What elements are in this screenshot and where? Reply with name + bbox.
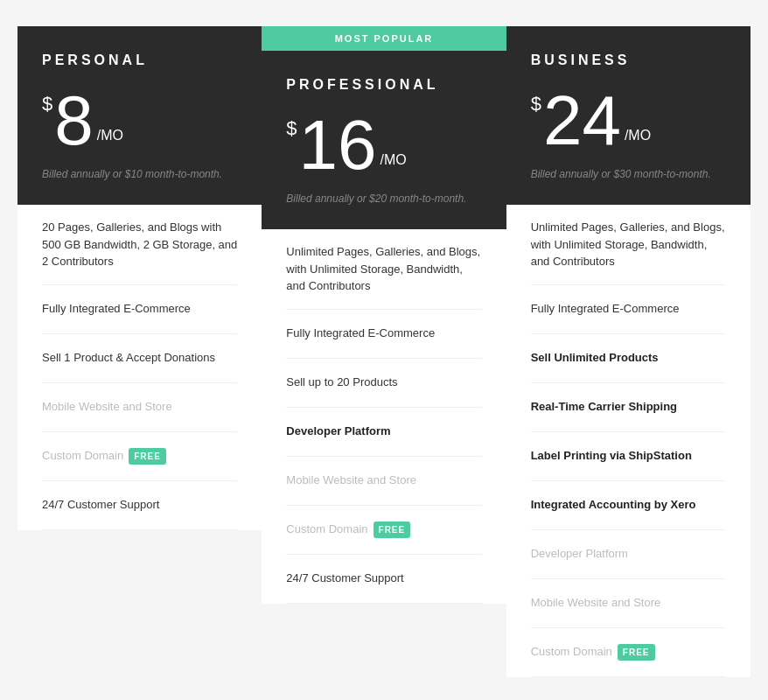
price-row-business: $24/MO [531, 86, 726, 156]
feature-item-personal-4: Custom DomainFREE [42, 432, 237, 481]
feature-text-business-5: Integrated Accounting by Xero [531, 496, 696, 514]
plan-professional: MOST POPULARPROFESSIONAL$16/MOBilled ann… [262, 26, 506, 604]
price-mo-business: /MO [625, 128, 651, 144]
feature-row-business-6: Developer Platform [531, 545, 628, 563]
feature-text-business-3: Real-Time Carrier Shipping [531, 398, 677, 416]
feature-item-personal-2: Sell 1 Product & Accept Donations [42, 334, 237, 383]
feature-row-personal-3: Mobile Website and Store [42, 398, 172, 416]
feature-row-professional-1: Fully Integrated E-Commerce [286, 325, 435, 342]
price-note-professional: Billed annually or $20 month-to-month. [286, 192, 481, 205]
feature-row-personal-1: Fully Integrated E-Commerce [42, 300, 191, 318]
feature-row-professional-4: Mobile Website and Store [286, 472, 416, 489]
plan-header-business: BUSINESS$24/MOBilled annually or $30 mon… [506, 26, 751, 205]
free-badge-business-8: FREE [618, 644, 655, 661]
feature-item-business-4: Label Printing via ShipStation [531, 432, 726, 481]
feature-row-business-4: Label Printing via ShipStation [531, 447, 692, 465]
feature-row-professional-0: Unlimited Pages, Galleries, and Blogs, w… [286, 243, 481, 295]
plan-name-business: BUSINESS [531, 52, 726, 68]
feature-text-professional-3: Developer Platform [286, 423, 390, 440]
most-popular-badge: MOST POPULAR [262, 26, 506, 51]
feature-row-personal-2: Sell 1 Product & Accept Donations [42, 349, 215, 367]
feature-item-professional-5: Custom DomainFREE [286, 506, 481, 555]
feature-item-professional-2: Sell up to 20 Products [286, 359, 481, 408]
price-dollar-professional: $ [286, 117, 297, 140]
feature-text-business-1: Fully Integrated E-Commerce [531, 300, 680, 318]
feature-text-professional-6: 24/7 Customer Support [286, 570, 403, 587]
feature-row-business-3: Real-Time Carrier Shipping [531, 398, 677, 416]
feature-row-professional-3: Developer Platform [286, 423, 390, 440]
plan-business: BUSINESS$24/MOBilled annually or $30 mon… [506, 26, 751, 677]
feature-text-professional-1: Fully Integrated E-Commerce [286, 325, 435, 342]
plan-name-personal: PERSONAL [42, 52, 237, 68]
feature-item-business-1: Fully Integrated E-Commerce [531, 285, 726, 334]
price-amount-business: 24 [543, 86, 621, 156]
feature-item-business-3: Real-Time Carrier Shipping [531, 383, 726, 432]
feature-text-personal-1: Fully Integrated E-Commerce [42, 300, 191, 318]
feature-text-business-4: Label Printing via ShipStation [531, 447, 692, 465]
price-row-professional: $16/MO [286, 110, 481, 180]
price-dollar-personal: $ [42, 93, 52, 116]
feature-row-business-5: Integrated Accounting by Xero [531, 496, 696, 514]
feature-row-personal-5: 24/7 Customer Support [42, 496, 159, 514]
feature-row-business-0: Unlimited Pages, Galleries, and Blogs, w… [531, 219, 726, 270]
feature-row-professional-5: Custom DomainFREE [286, 521, 410, 538]
plan-header-professional: PROFESSIONAL$16/MOBilled annually or $20… [262, 51, 506, 229]
price-row-personal: $8/MO [42, 86, 237, 156]
free-badge-personal-4: FREE [129, 448, 166, 465]
price-amount-professional: 16 [299, 110, 377, 180]
feature-text-business-6: Developer Platform [531, 545, 628, 563]
feature-text-business-7: Mobile Website and Store [531, 594, 661, 612]
feature-text-personal-2: Sell 1 Product & Accept Donations [42, 349, 215, 367]
feature-row-business-8: Custom DomainFREE [531, 643, 655, 661]
plan-name-professional: PROFESSIONAL [286, 77, 481, 93]
plan-header-personal: PERSONAL$8/MOBilled annually or $10 mont… [17, 26, 262, 205]
feature-text-professional-0: Unlimited Pages, Galleries, and Blogs, w… [286, 243, 481, 295]
feature-item-business-7: Mobile Website and Store [531, 579, 726, 628]
feature-text-personal-0: 20 Pages, Galleries, and Blogs with 500 … [42, 219, 237, 270]
feature-row-professional-2: Sell up to 20 Products [286, 374, 397, 391]
feature-row-business-1: Fully Integrated E-Commerce [531, 300, 680, 318]
feature-row-personal-4: Custom DomainFREE [42, 447, 166, 465]
feature-item-professional-0: Unlimited Pages, Galleries, and Blogs, w… [286, 229, 481, 310]
feature-text-personal-3: Mobile Website and Store [42, 398, 172, 416]
plan-features-personal: 20 Pages, Galleries, and Blogs with 500 … [17, 205, 262, 530]
feature-row-business-2: Sell Unlimited Products [531, 349, 659, 367]
feature-text-business-8: Custom Domain [531, 643, 612, 661]
feature-text-business-0: Unlimited Pages, Galleries, and Blogs, w… [531, 219, 726, 270]
feature-text-professional-2: Sell up to 20 Products [286, 374, 397, 391]
price-note-personal: Billed annually or $10 month-to-month. [42, 168, 237, 180]
price-amount-personal: 8 [54, 86, 94, 156]
price-dollar-business: $ [531, 93, 541, 116]
feature-row-professional-6: 24/7 Customer Support [286, 570, 403, 587]
feature-text-professional-4: Mobile Website and Store [286, 472, 416, 489]
feature-item-personal-1: Fully Integrated E-Commerce [42, 285, 237, 334]
feature-item-professional-1: Fully Integrated E-Commerce [286, 310, 481, 359]
feature-item-professional-3: Developer Platform [286, 408, 481, 457]
plan-personal: PERSONAL$8/MOBilled annually or $10 mont… [17, 26, 262, 530]
feature-item-personal-0: 20 Pages, Galleries, and Blogs with 500 … [42, 205, 237, 285]
feature-text-personal-5: 24/7 Customer Support [42, 496, 159, 514]
feature-row-personal-0: 20 Pages, Galleries, and Blogs with 500 … [42, 219, 237, 270]
feature-item-personal-5: 24/7 Customer Support [42, 481, 237, 530]
feature-item-business-0: Unlimited Pages, Galleries, and Blogs, w… [531, 205, 726, 285]
feature-item-business-5: Integrated Accounting by Xero [531, 481, 726, 530]
feature-row-business-7: Mobile Website and Store [531, 594, 661, 612]
pricing-container: PERSONAL$8/MOBilled annually or $10 mont… [17, 26, 751, 677]
feature-text-personal-4: Custom Domain [42, 447, 123, 465]
free-badge-professional-5: FREE [374, 522, 411, 538]
price-note-business: Billed annually or $30 month-to-month. [531, 168, 726, 180]
price-mo-professional: /MO [381, 152, 407, 168]
feature-item-business-8: Custom DomainFREE [531, 628, 726, 677]
feature-item-professional-6: 24/7 Customer Support [286, 555, 481, 604]
plan-features-business: Unlimited Pages, Galleries, and Blogs, w… [506, 205, 751, 677]
feature-text-professional-5: Custom Domain [286, 521, 367, 538]
feature-item-business-2: Sell Unlimited Products [531, 334, 726, 383]
price-mo-personal: /MO [97, 128, 123, 144]
feature-item-professional-4: Mobile Website and Store [286, 457, 481, 506]
feature-item-personal-3: Mobile Website and Store [42, 383, 237, 432]
plan-features-professional: Unlimited Pages, Galleries, and Blogs, w… [262, 229, 506, 604]
feature-item-business-6: Developer Platform [531, 530, 726, 579]
feature-text-business-2: Sell Unlimited Products [531, 349, 659, 367]
